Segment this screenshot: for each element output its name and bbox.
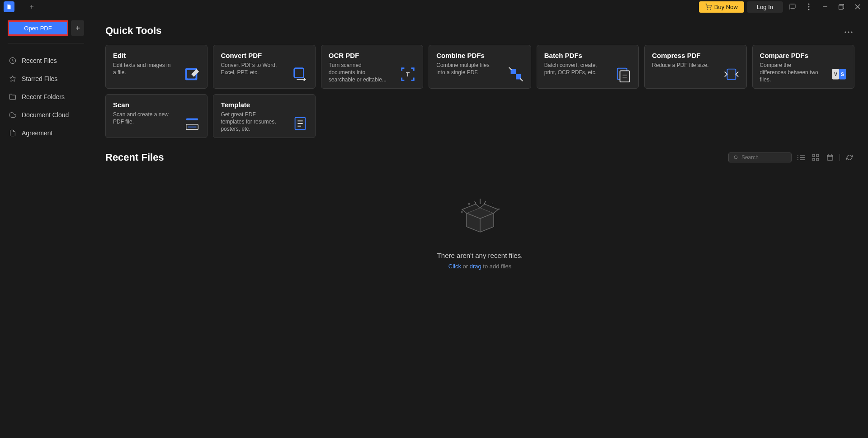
main-content: Quick Tools Edit Edit texts and images i…	[92, 14, 868, 438]
sidebar-item-document-cloud[interactable]: Document Cloud	[8, 106, 84, 124]
minimize-button[interactable]	[818, 0, 832, 14]
svg-rect-52	[816, 158, 819, 161]
new-tab-button[interactable]	[25, 0, 38, 13]
buy-now-label: Buy Now	[714, 4, 738, 10]
sidebar-item-recent-folders[interactable]: Recent Folders	[8, 88, 84, 106]
tool-desc: Compare the differences between two file…	[760, 62, 819, 84]
ocr-icon: T	[399, 66, 416, 83]
svg-text:T: T	[406, 71, 410, 78]
login-button[interactable]: Log In	[747, 1, 783, 13]
buy-now-button[interactable]: Buy Now	[699, 1, 744, 13]
scan-icon	[184, 115, 201, 132]
sidebar-item-label: Recent Folders	[22, 93, 65, 100]
svg-point-41	[734, 156, 737, 159]
empty-click-link[interactable]: Click	[448, 263, 461, 270]
view-grid-icon[interactable]	[811, 152, 821, 162]
menu-icon[interactable]	[802, 0, 816, 14]
tool-desc: Convert PDFs to Word, Excel, PPT, etc.	[221, 62, 279, 76]
svg-point-3	[710, 9, 711, 10]
svg-rect-35	[186, 119, 198, 120]
compare-icon: VS	[830, 66, 848, 83]
empty-box-illustration	[453, 190, 507, 240]
svg-rect-26	[620, 71, 630, 82]
tool-template[interactable]: Template Get great PDF templates for res…	[213, 94, 315, 138]
svg-point-2	[707, 9, 708, 10]
svg-line-42	[737, 158, 738, 159]
sidebar-divider	[8, 43, 84, 43]
close-button[interactable]	[851, 0, 864, 14]
tool-desc: Combine multiple files into a single PDF…	[436, 62, 495, 76]
tool-ocr-pdf[interactable]: OCR PDF Turn scanned documents into sear…	[321, 45, 423, 89]
tools-grid: Edit Edit texts and images in a file. Co…	[105, 45, 854, 138]
tool-convert-pdf[interactable]: Convert PDF Convert PDFs to Word, Excel,…	[213, 45, 315, 89]
tool-title: Scan	[113, 101, 200, 109]
feedback-icon[interactable]	[786, 0, 799, 14]
clock-icon	[9, 57, 16, 64]
tool-title: Edit	[113, 52, 200, 59]
sidebar-item-starred-files[interactable]: Starred Files	[8, 70, 84, 88]
sidebar-item-label: Recent Files	[22, 57, 57, 64]
tool-desc: Reduce a PDF file size.	[652, 62, 711, 69]
tool-title: Convert PDF	[221, 52, 307, 59]
tool-combine-pdfs[interactable]: Combine PDFs Combine multiple files into…	[429, 45, 531, 89]
refresh-icon[interactable]	[844, 152, 854, 162]
quick-tools-more-icon[interactable]	[843, 25, 854, 37]
svg-point-4	[808, 4, 810, 5]
svg-rect-51	[812, 158, 815, 161]
tool-scan[interactable]: Scan Scan and create a new PDF file.	[105, 94, 208, 138]
recent-files-title: Recent Files	[105, 152, 164, 163]
search-input[interactable]	[741, 154, 787, 161]
view-calendar-icon[interactable]	[825, 152, 835, 162]
search-icon	[733, 154, 739, 161]
svg-text:S: S	[841, 72, 844, 77]
open-pdf-button[interactable]: Open PDF	[9, 22, 67, 34]
sidebar: Open PDF Recent Files Starred Files Rece…	[0, 14, 92, 438]
document-icon	[9, 129, 16, 137]
svg-text:V: V	[834, 72, 837, 77]
open-pdf-highlight: Open PDF	[8, 20, 68, 36]
svg-rect-49	[812, 154, 815, 157]
svg-point-5	[808, 6, 810, 8]
svg-rect-29	[727, 69, 736, 80]
svg-rect-53	[827, 155, 833, 160]
svg-rect-21	[294, 68, 304, 78]
tool-compress-pdf[interactable]: Compress PDF Reduce a PDF file size.	[644, 45, 746, 89]
convert-icon	[292, 66, 309, 83]
svg-point-17	[848, 31, 849, 33]
cloud-icon	[9, 111, 16, 119]
sidebar-item-label: Starred Files	[22, 75, 57, 82]
maximize-button[interactable]	[835, 0, 848, 14]
tool-desc: Turn scanned documents into searchable o…	[329, 62, 387, 84]
batch-icon	[615, 66, 632, 83]
quick-tools-title: Quick Tools	[105, 25, 161, 37]
folder-icon	[9, 93, 16, 100]
tool-title: Combine PDFs	[436, 52, 523, 59]
tool-desc: Batch convert, create, print, OCR PDFs, …	[544, 62, 603, 76]
svg-point-18	[851, 31, 852, 33]
tool-title: Compress PDF	[652, 52, 739, 59]
star-icon	[9, 75, 16, 82]
tool-batch-pdfs[interactable]: Batch PDFs Batch convert, create, print,…	[537, 45, 639, 89]
view-list-icon[interactable]	[796, 152, 806, 162]
view-divider	[840, 154, 840, 161]
tool-desc: Edit texts and images in a file.	[113, 62, 172, 76]
tool-desc: Scan and create a new PDF file.	[113, 111, 172, 125]
sidebar-item-agreement[interactable]: Agreement	[8, 124, 84, 142]
create-pdf-button[interactable]	[71, 20, 84, 36]
tool-title: OCR PDF	[329, 52, 415, 59]
tool-desc: Get great PDF templates for resumes, pos…	[221, 111, 279, 133]
search-box[interactable]	[728, 152, 792, 162]
empty-drag-link[interactable]: drag	[470, 263, 481, 270]
tool-edit[interactable]: Edit Edit texts and images in a file.	[105, 45, 208, 89]
combine-icon	[507, 66, 524, 83]
tool-compare-pdfs[interactable]: Compare PDFs Compare the differences bet…	[752, 45, 854, 89]
sidebar-item-recent-files[interactable]: Recent Files	[8, 52, 84, 70]
tool-title: Template	[221, 101, 307, 109]
app-logo[interactable]	[4, 1, 14, 12]
svg-point-6	[808, 9, 810, 10]
svg-rect-50	[816, 154, 819, 157]
svg-point-16	[844, 31, 846, 33]
empty-state: There aren't any recent files. Click or …	[105, 172, 854, 288]
empty-message: There aren't any recent files.	[105, 252, 854, 259]
tool-title: Batch PDFs	[544, 52, 631, 59]
